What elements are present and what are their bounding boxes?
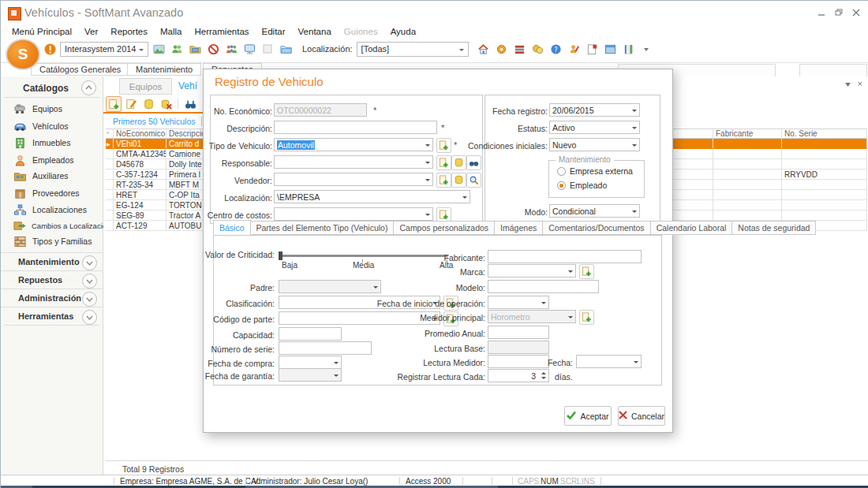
criticidad-slider[interactable] — [279, 255, 448, 257]
aceptar-button[interactable]: Aceptar — [564, 406, 612, 426]
folder-lock-icon[interactable] — [278, 41, 294, 57]
menu-item-ventana[interactable]: Ventana — [292, 26, 338, 37]
sidebar-section-herramientas[interactable]: Herramientas — [1, 307, 103, 325]
help-icon[interactable]: ? — [548, 41, 564, 57]
fecha-compra-select[interactable] — [279, 356, 342, 369]
radio-empresa-externa[interactable]: Empresa externa — [557, 166, 633, 176]
marca-select[interactable] — [488, 264, 576, 278]
codigo-parte-select[interactable] — [279, 311, 440, 325]
add-item-icon[interactable] — [436, 173, 451, 188]
cancelar-button[interactable]: Cancelar — [618, 406, 665, 426]
sidebar-item-vehiculos[interactable]: Vehículos — [1, 118, 103, 134]
column-header-fabricante[interactable]: Fabricante — [713, 129, 782, 138]
collapse-up-icon[interactable] — [81, 80, 96, 95]
window-icon[interactable] — [603, 41, 619, 57]
panel-close-icon[interactable]: × — [858, 79, 862, 88]
localizacion-select[interactable]: \EMPRESA — [274, 190, 470, 203]
sidebar-item-empleados[interactable]: Empleados — [1, 152, 103, 168]
menu-item-herramientas[interactable]: Herramientas — [189, 26, 256, 37]
sidebar-item-tipos-familias[interactable]: Tipos y Familias — [1, 233, 103, 249]
add-record-icon[interactable] — [106, 96, 122, 112]
fecha-registro-select[interactable]: 20/06/2015 — [549, 103, 640, 117]
centro-costos-select[interactable] — [274, 207, 433, 221]
capacidad-field[interactable] — [279, 327, 342, 341]
modelo-field[interactable] — [488, 280, 599, 293]
sidebar-section-administracion[interactable]: Administración — [1, 289, 103, 307]
menu-item-principal[interactable]: Menú Principal — [6, 26, 78, 37]
delete-record-icon[interactable] — [158, 96, 174, 112]
sidebar-item-auxiliares[interactable]: Auxiliares — [1, 168, 103, 184]
find-binoculars-icon[interactable] — [182, 96, 198, 112]
restore-button[interactable] — [832, 7, 845, 18]
home-icon[interactable] — [476, 41, 492, 57]
menu-item-reportes[interactable]: Reportes — [104, 26, 154, 37]
grid-list-icon[interactable] — [512, 41, 528, 57]
sidebar-item-proveedores[interactable]: Proveedores — [1, 185, 103, 201]
minimize-button[interactable] — [815, 7, 828, 18]
page-tab-vehiculos[interactable]: Vehí — [178, 80, 197, 91]
promedio-anual-field[interactable] — [488, 326, 549, 339]
page-tab-equipos[interactable]: Equipos — [119, 78, 172, 95]
report-flag-icon[interactable] — [585, 41, 600, 57]
tab-basico[interactable]: Básico — [213, 220, 251, 235]
numero-serie-field[interactable] — [279, 341, 372, 355]
sidebar-item-inmuebles[interactable]: Inmuebles — [1, 135, 103, 151]
stepper-down-icon[interactable] — [539, 376, 548, 382]
column-header-serie[interactable]: No. Serie — [782, 129, 867, 138]
panel-pin-icon[interactable] — [844, 76, 851, 91]
tab-partes[interactable]: Partes del Elemento Tipo (Vehiculo) — [251, 221, 395, 235]
checkbox-icon[interactable] — [260, 41, 275, 57]
user-edit-icon[interactable] — [567, 41, 582, 57]
group-icon[interactable] — [223, 41, 239, 57]
tab-notas[interactable]: Notas de seguridad — [732, 221, 816, 235]
tab-calendario[interactable]: Calendario Laboral — [651, 221, 733, 235]
settings-icon[interactable] — [494, 41, 510, 57]
expand-down-icon[interactable] — [82, 274, 97, 289]
sidebar-item-localizaciones[interactable]: Localizaciones — [1, 202, 103, 218]
lectura-medidor-field[interactable] — [488, 355, 549, 368]
menu-item-ver[interactable]: Ver — [78, 26, 104, 37]
column-header-noeconomico[interactable]: NoEconomico — [114, 129, 166, 138]
fabricante-field[interactable] — [488, 250, 642, 263]
edit-record-icon[interactable] — [123, 96, 139, 112]
menu-item-ayuda[interactable]: Ayuda — [384, 26, 422, 37]
menu-item-editar[interactable]: Editar — [256, 26, 292, 37]
alert-icon[interactable] — [42, 41, 58, 57]
close-button[interactable] — [850, 7, 862, 18]
search-icon[interactable] — [466, 173, 481, 188]
system-select[interactable]: Interasystem 2014 — [60, 42, 148, 57]
image-folder-icon[interactable] — [187, 41, 203, 57]
expand-down-icon[interactable] — [82, 310, 97, 325]
sidebar-section-mantenimiento[interactable]: Mantenimiento — [1, 252, 103, 270]
fecha-lectura-select[interactable] — [576, 355, 642, 368]
add-item-icon[interactable] — [436, 155, 451, 170]
tab-mantenimiento[interactable]: Mantenimiento — [127, 63, 201, 76]
database-icon[interactable] — [451, 155, 466, 170]
expand-down-icon[interactable] — [82, 255, 97, 270]
database-icon[interactable] — [140, 96, 156, 112]
users-icon[interactable] — [169, 41, 185, 57]
add-item-icon[interactable] — [579, 264, 594, 279]
radio-empleado[interactable]: Empleado — [557, 181, 607, 190]
find-binoculars-icon[interactable] — [466, 155, 481, 170]
sidebar-item-equipos[interactable]: Equipos — [1, 101, 103, 117]
tab-comentarios[interactable]: Comentarios/Documentos — [543, 221, 650, 235]
tab-imagenes[interactable]: Imágenes — [495, 221, 543, 235]
view-tab-primeros[interactable]: Primeros 50 Vehiculos — [107, 117, 201, 126]
menu-item-malla[interactable]: Malla — [154, 26, 188, 37]
slider-handle[interactable] — [279, 251, 282, 260]
sidebar-item-cambios-localizaciones[interactable]: Cambios a Localizaciones — [1, 218, 103, 233]
add-item-icon[interactable] — [579, 310, 594, 325]
toolbar-more-icon[interactable] — [639, 41, 655, 57]
add-item-icon[interactable] — [436, 138, 451, 153]
address-book-icon[interactable] — [621, 41, 637, 57]
sidebar-section-repuestos[interactable]: Repuestos — [1, 270, 103, 289]
monitor-icon[interactable] — [241, 41, 257, 57]
fecha-inicio-select[interactable] — [488, 296, 549, 309]
modo-select[interactable]: Condicional — [549, 204, 640, 218]
expand-down-icon[interactable] — [82, 292, 97, 307]
tipo-vehiculo-select[interactable]: Automovil — [274, 138, 433, 151]
coins-icon[interactable] — [530, 41, 546, 57]
localizacion-select[interactable]: [Todas] — [357, 42, 469, 57]
responsable-select[interactable] — [274, 155, 433, 169]
